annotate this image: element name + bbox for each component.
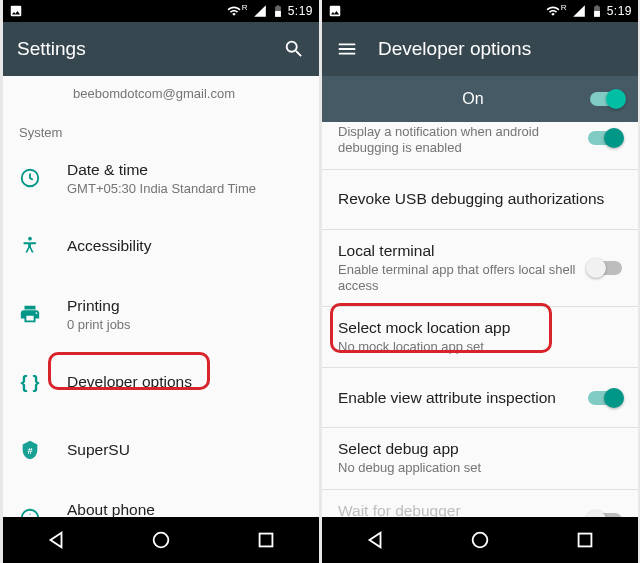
- dev-item-view-attribute[interactable]: Enable view attribute inspection: [322, 368, 638, 428]
- dev-item-revoke-usb[interactable]: Revoke USB debugging authorizations: [322, 170, 638, 230]
- home-icon[interactable]: [150, 529, 172, 551]
- dev-item-title: Select mock location app: [338, 319, 622, 337]
- signal-icon: [572, 4, 586, 18]
- settings-item-sub: 0 print jobs: [67, 317, 131, 332]
- settings-item-about-phone[interactable]: About phone Android 7.0: [3, 484, 319, 517]
- master-switch-label: On: [336, 90, 590, 108]
- svg-point-3: [22, 510, 39, 517]
- recents-icon[interactable]: [574, 529, 596, 551]
- accessibility-icon: [19, 235, 41, 257]
- toggle-switch[interactable]: [588, 131, 622, 145]
- dev-item-sub: No mock location app set: [338, 339, 622, 355]
- dev-item-title: Revoke USB debugging authorizations: [338, 190, 622, 208]
- image-icon: [9, 4, 23, 18]
- settings-item-printing[interactable]: Printing 0 print jobs: [3, 280, 319, 348]
- clock: 5:19: [288, 4, 313, 18]
- roaming-indicator: R: [242, 3, 248, 12]
- settings-toolbar: Settings: [3, 22, 319, 76]
- info-icon: [19, 507, 41, 517]
- master-switch-row[interactable]: On: [322, 76, 638, 122]
- clock-icon: [19, 167, 41, 189]
- hamburger-icon[interactable]: [336, 38, 358, 60]
- battery-icon: [271, 4, 285, 18]
- wifi-icon: [546, 4, 560, 18]
- settings-item-title: Accessibility: [67, 237, 151, 255]
- svg-point-8: [473, 533, 488, 548]
- dev-item-sub: Display a notification when android debu…: [338, 124, 578, 157]
- printer-icon: [19, 303, 41, 325]
- signal-icon: [253, 4, 267, 18]
- status-bar: R 5:19: [322, 0, 638, 22]
- recents-icon[interactable]: [255, 529, 277, 551]
- svg-point-5: [29, 514, 30, 515]
- search-icon[interactable]: [283, 38, 305, 60]
- dev-item-debug-app[interactable]: Select debug app No debug application se…: [322, 428, 638, 489]
- settings-item-supersu[interactable]: # SuperSU: [3, 416, 319, 484]
- dev-item-local-terminal[interactable]: Local terminal Enable terminal app that …: [322, 230, 638, 308]
- dev-item-title: Select debug app: [338, 440, 622, 458]
- toggle-switch[interactable]: [588, 261, 622, 275]
- image-icon: [328, 4, 342, 18]
- settings-item-sub: GMT+05:30 India Standard Time: [67, 181, 256, 196]
- toggle-switch: [588, 513, 622, 517]
- settings-item-accessibility[interactable]: Accessibility: [3, 212, 319, 280]
- svg-rect-7: [260, 534, 273, 547]
- dev-item-mock-location[interactable]: Select mock location app No mock locatio…: [322, 307, 638, 368]
- dev-item-title: Enable view attribute inspection: [338, 389, 578, 407]
- toggle-switch[interactable]: [588, 391, 622, 405]
- page-title: Developer options: [378, 38, 624, 60]
- svg-point-6: [154, 533, 169, 548]
- back-icon[interactable]: [45, 529, 67, 551]
- dev-item-sub: No debug application set: [338, 460, 622, 476]
- settings-item-title: Developer options: [67, 373, 192, 391]
- developer-toolbar: Developer options: [322, 22, 638, 76]
- phone-settings: R 5:19 Settings beebomdotcom@gmail.com S…: [3, 0, 319, 563]
- settings-item-developer-options[interactable]: { } Developer options: [3, 348, 319, 416]
- back-icon[interactable]: [364, 529, 386, 551]
- settings-item-title: About phone: [67, 501, 155, 518]
- dev-item-adb-notification[interactable]: ADB notification Display a notification …: [322, 122, 638, 170]
- status-bar: R 5:19: [3, 0, 319, 22]
- nav-bar: [3, 517, 319, 563]
- category-system: System: [3, 115, 319, 144]
- wifi-icon: [227, 4, 241, 18]
- svg-rect-9: [579, 534, 592, 547]
- nav-bar: [322, 517, 638, 563]
- dev-item-title: Local terminal: [338, 242, 578, 260]
- roaming-indicator: R: [561, 3, 567, 12]
- dev-item-title: Wait for debugger: [338, 502, 578, 518]
- svg-point-1: [28, 237, 32, 241]
- settings-item-title: SuperSU: [67, 441, 130, 459]
- battery-icon: [590, 4, 604, 18]
- phone-developer-options: R 5:19 Developer options On ADB notifica…: [322, 0, 638, 563]
- master-switch[interactable]: [590, 92, 624, 106]
- account-email[interactable]: beebomdotcom@gmail.com: [3, 76, 319, 115]
- page-title: Settings: [17, 38, 263, 60]
- home-icon[interactable]: [469, 529, 491, 551]
- hash-icon: #: [19, 439, 41, 461]
- dev-item-wait-debugger: Wait for debugger Debugged application w…: [322, 490, 638, 518]
- settings-item-title: Printing: [67, 297, 131, 315]
- braces-icon: { }: [19, 371, 41, 393]
- settings-item-date-time[interactable]: Date & time GMT+05:30 India Standard Tim…: [3, 144, 319, 212]
- svg-text:#: #: [27, 446, 32, 456]
- dev-item-sub: Enable terminal app that offers local sh…: [338, 262, 578, 295]
- clock: 5:19: [607, 4, 632, 18]
- settings-item-title: Date & time: [67, 161, 256, 179]
